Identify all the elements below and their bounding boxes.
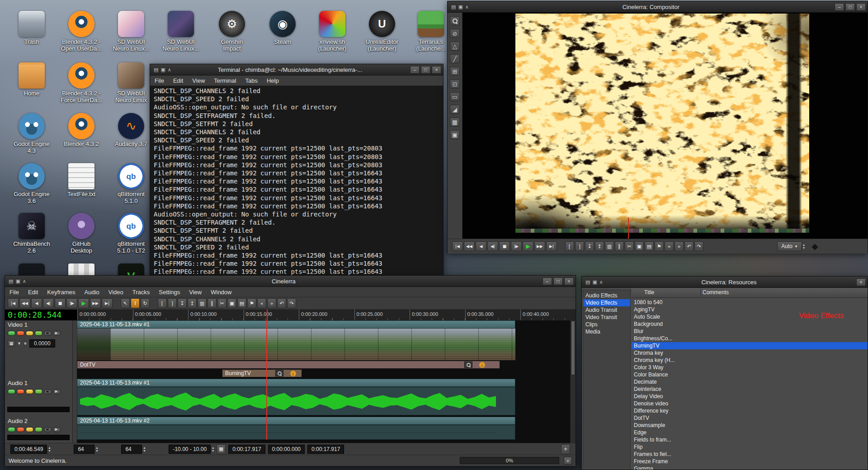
audio1-waveform[interactable]: [77, 387, 515, 415]
desktop-icon[interactable]: Home: [9, 62, 54, 97]
pan-tracks-icon[interactable]: +: [561, 444, 570, 454]
gang-track-toggle[interactable]: [26, 331, 33, 336]
effect-row[interactable]: Color Balance: [632, 371, 868, 378]
fast-forward-button[interactable]: ▶▶: [534, 241, 545, 251]
curve-range-field[interactable]: -10.00 - 10.00: [169, 445, 211, 454]
resources-category[interactable]: Audio Transit: [583, 306, 630, 314]
effect-row[interactable]: Denoise video: [632, 400, 868, 407]
column-title[interactable]: Title: [644, 289, 654, 296]
shade-icon[interactable]: ∧: [168, 67, 171, 73]
copy-button[interactable]: ▣: [635, 241, 644, 251]
menu-item[interactable]: Settings: [154, 287, 184, 297]
redo-button[interactable]: ↷: [287, 298, 296, 308]
desktop-icon[interactable]: SD WebUI Neuro Linux...: [158, 11, 203, 52]
effect-row[interactable]: Edge: [632, 429, 868, 436]
drag-drop-mode-button[interactable]: ↖: [121, 298, 130, 308]
desktop-icon[interactable]: Terraria.s (Launche...: [408, 11, 453, 52]
desktop-icon[interactable]: TextFile.txt: [59, 163, 104, 198]
resources-category[interactable]: Clips: [583, 321, 630, 328]
effect-row[interactable]: Chroma key (H...: [632, 357, 868, 364]
menu-item[interactable]: Edit: [169, 75, 188, 86]
arm-track-toggle[interactable]: [17, 389, 24, 394]
effect-row[interactable]: Color 3 Way: [632, 364, 868, 371]
shade-icon[interactable]: ∧: [465, 4, 469, 10]
minimize-button[interactable]: –: [410, 66, 420, 74]
label-button[interactable]: ⚑: [247, 298, 256, 308]
goto-end-button[interactable]: ▶|: [546, 241, 557, 251]
arm-track-toggle[interactable]: [17, 331, 24, 336]
mask-icon[interactable]: △: [450, 42, 460, 51]
maximize-button[interactable]: □: [421, 66, 430, 74]
play-button[interactable]: ▶: [523, 241, 533, 251]
effect-bar-dottv[interactable]: DotTV: [77, 361, 500, 369]
draw-media-toggle[interactable]: [35, 389, 42, 394]
timeline-vertical-scrollbar[interactable]: [570, 320, 576, 443]
menu-item[interactable]: Keyframes: [42, 287, 80, 297]
effect-row[interactable]: Blur: [632, 328, 868, 335]
column-comments[interactable]: Comments: [703, 289, 729, 296]
prev-label-button[interactable]: «: [665, 241, 674, 251]
shade-icon[interactable]: ∧: [23, 278, 26, 284]
menu-item[interactable]: Audio: [80, 287, 104, 297]
menu-item[interactable]: Terminal: [209, 75, 241, 86]
selection-tool-icon[interactable]: ▦: [217, 444, 226, 454]
desktop-icon[interactable]: SD WebUI Neuro Linux...: [108, 11, 154, 52]
auto-zoom-spinner[interactable]: [803, 243, 805, 249]
close-button[interactable]: ×: [432, 66, 441, 74]
ruler-playhead-marker[interactable]: [267, 310, 268, 320]
window-menu-icon[interactable]: ▤: [585, 279, 590, 285]
desktop-icon[interactable]: Blender 4.3.2 - Force UserDa...: [59, 62, 104, 104]
fast-reverse-button[interactable]: ◀◀: [464, 241, 475, 251]
expand-track-button[interactable]: [53, 389, 61, 394]
maximize-button[interactable]: □: [845, 3, 855, 11]
desktop-icon[interactable]: Godot Engine 4.3: [9, 113, 54, 155]
effect-row[interactable]: Auto Scale: [632, 313, 868, 320]
fast-reverse-button[interactable]: ◀◀: [19, 298, 30, 308]
resources-category[interactable]: Media: [583, 328, 630, 335]
undo-button[interactable]: ↶: [684, 241, 693, 251]
label-button[interactable]: ⚑: [655, 241, 664, 251]
out-point-button[interactable]: ]: [575, 241, 584, 251]
pin-icon[interactable]: ▣: [15, 278, 20, 284]
out-point-button[interactable]: ]: [168, 298, 177, 308]
in-point-button[interactable]: [: [158, 298, 167, 308]
resources-titlebar[interactable]: ▤▣∧ Cinelerra: Resources ×: [582, 277, 868, 288]
minimize-button[interactable]: –: [835, 3, 844, 11]
play-track-toggle[interactable]: [8, 427, 15, 432]
maximize-button[interactable]: □: [553, 277, 563, 285]
stop-button[interactable]: ■: [499, 241, 510, 251]
effect-row[interactable]: Freeze Frame: [632, 458, 868, 465]
gang-track-toggle[interactable]: [26, 427, 33, 432]
eyedropper-icon[interactable]: ◢: [450, 105, 460, 114]
goto-start-button[interactable]: |◀: [452, 241, 463, 251]
generate-keyframes-button[interactable]: ↻: [141, 298, 150, 308]
fader-type-dropdown[interactable]: ▼: [17, 341, 21, 346]
audio2-waveform[interactable]: [77, 425, 515, 440]
paste-button[interactable]: ▤: [237, 298, 246, 308]
resources-category[interactable]: Audio Effects: [583, 292, 630, 299]
split-button[interactable]: ∥: [615, 241, 624, 251]
desktop-icon[interactable]: ⚙ Genshin Impact: [209, 11, 255, 52]
desktop-icon[interactable]: U UnrealEditor (Launcher): [359, 11, 405, 52]
close-button[interactable]: ×: [856, 278, 866, 286]
desktop-icon[interactable]: Blender 4.3.2: [59, 113, 104, 148]
window-menu-icon[interactable]: ▤: [154, 67, 158, 73]
desktop-icon[interactable]: Trash: [9, 11, 54, 46]
to-clip-button[interactable]: ▥: [605, 241, 614, 251]
playhead[interactable]: [266, 320, 267, 440]
duration-zoom-field[interactable]: 0:00:46.549: [10, 445, 47, 454]
audio1-clip-title[interactable]: 2025-04-13 11-05-13.mkv #1: [77, 379, 515, 387]
main-titlebar[interactable]: ▤▣∧ Cinelerra –□×: [5, 276, 576, 287]
window-menu-icon[interactable]: ▤: [9, 278, 13, 284]
expand-track-button[interactable]: [53, 331, 61, 336]
frame-reverse-button[interactable]: ◀|: [487, 241, 498, 251]
effect-row[interactable]: Gamma: [632, 465, 868, 470]
effect-info-icon[interactable]: [479, 362, 485, 368]
desktop-icon[interactable]: qb qBittorrent 5.1.0 - LT2: [108, 213, 154, 254]
effect-row[interactable]: DotTV: [632, 414, 868, 422]
desktop-icon[interactable]: ∿ Audacity 3.7: [108, 113, 154, 148]
titlesafe-icon[interactable]: ▣: [450, 130, 460, 139]
pin-icon[interactable]: ▣: [592, 279, 597, 285]
desktop-icon[interactable]: GitHub Desktop: [59, 213, 104, 254]
effect-info-icon[interactable]: [290, 371, 296, 376]
